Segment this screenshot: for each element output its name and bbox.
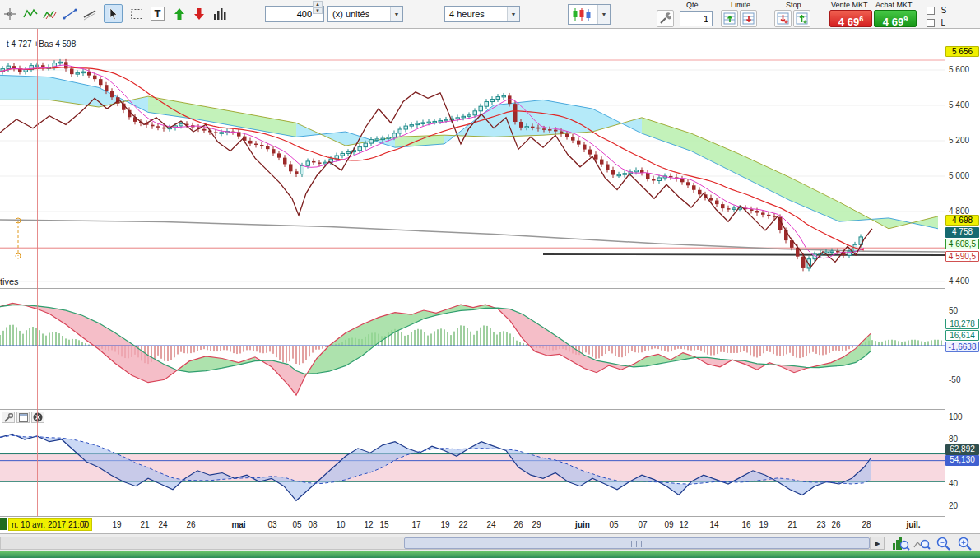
indicator-settings-button[interactable] bbox=[2, 412, 15, 423]
selected-date-label: n. 10 avr. 2017 21:00 bbox=[8, 518, 92, 531]
date-tick-label: 23 bbox=[816, 520, 825, 529]
s-checkbox[interactable] bbox=[927, 7, 935, 15]
chart-cursor-line bbox=[37, 29, 38, 516]
stop-sell-button[interactable] bbox=[774, 10, 792, 27]
zigzag-channel-tool-button[interactable] bbox=[40, 4, 59, 23]
zoom-selection-button[interactable] bbox=[912, 535, 932, 551]
green-up-arrow-icon bbox=[174, 7, 185, 21]
s-checkbox-label: S bbox=[941, 6, 946, 15]
stop-buy-icon bbox=[796, 12, 808, 25]
date-tick-label: 10 bbox=[336, 520, 345, 529]
scrollbar-track[interactable] bbox=[0, 537, 871, 550]
zigzag-icon bbox=[23, 7, 38, 21]
buy-mkt-header: Achat MKT bbox=[875, 1, 913, 9]
zoom-out-button[interactable] bbox=[933, 535, 954, 551]
macd-cloud bbox=[0, 303, 871, 395]
chevron-down-icon: ▼ bbox=[507, 7, 519, 21]
date-tick-label: 24 bbox=[486, 520, 495, 529]
bars-count-spinner[interactable]: ▲▼ bbox=[313, 1, 323, 14]
date-tick-label: 26 bbox=[186, 520, 195, 529]
axis-value-badge: 5 656 bbox=[945, 46, 979, 57]
axis-value-badge: 4 608,5 bbox=[945, 239, 979, 249]
text-tool-button[interactable]: T bbox=[148, 4, 167, 23]
limit-sell-button[interactable] bbox=[740, 10, 757, 27]
trading-platform-window: T ▲▼ (x) unités ▼ 4 heures ▼ bbox=[0, 0, 980, 558]
zigzag-tool-button[interactable] bbox=[21, 4, 39, 23]
crosshair-icon bbox=[3, 7, 16, 21]
sell-arrow-tool-button[interactable] bbox=[189, 4, 208, 23]
crosshair-tool-button[interactable] bbox=[0, 4, 19, 23]
axis-label: 20 bbox=[949, 501, 958, 510]
drawing-line-tool-button[interactable] bbox=[80, 4, 99, 23]
timeframe-select[interactable]: 4 heures ▼ bbox=[444, 6, 520, 22]
buy-price-decimal: 9 bbox=[903, 15, 908, 23]
axis-value-badge: 4 758 bbox=[945, 227, 979, 238]
chevron-down-icon: ▼ bbox=[597, 5, 610, 24]
date-tick-label: 21 bbox=[140, 520, 149, 529]
axis-value-badge: 16,614 bbox=[945, 330, 979, 341]
date-tick-label: juin bbox=[575, 520, 590, 529]
macd-chart-canvas[interactable] bbox=[0, 289, 945, 409]
axis-value-badge: 62,892 bbox=[945, 444, 979, 455]
indicator-close-button[interactable] bbox=[31, 412, 44, 423]
candlestick-chart-icon bbox=[571, 7, 592, 22]
timeframe-select-value: 4 heures bbox=[449, 9, 485, 19]
scroll-right-button[interactable]: ▶ bbox=[871, 537, 885, 550]
date-tick-label: 07 bbox=[638, 520, 647, 529]
date-tick-label: 12 bbox=[679, 520, 688, 529]
chart-zoom-icon bbox=[892, 536, 910, 551]
sell-market-button[interactable]: 4 696 bbox=[829, 10, 872, 27]
stop-buy-button[interactable] bbox=[793, 10, 810, 27]
axis-label: -50 bbox=[949, 375, 960, 384]
trendline-icon bbox=[63, 7, 77, 21]
order-settings-button[interactable] bbox=[657, 10, 674, 27]
date-tick-label: 14 bbox=[709, 520, 718, 529]
date-axis[interactable]: n. 10 avr. 2017 21:00 719212426mai030508… bbox=[0, 516, 945, 533]
date-tick-label: 19 bbox=[440, 520, 449, 529]
indicator-detach-button[interactable] bbox=[16, 412, 30, 423]
auto-fit-zoom-button[interactable] bbox=[890, 535, 911, 551]
chevron-down-icon: ▼ bbox=[390, 7, 402, 21]
buy-arrow-tool-button[interactable] bbox=[170, 4, 188, 23]
date-tick-label: 21 bbox=[787, 520, 797, 529]
selection-rect-tool-button[interactable] bbox=[127, 4, 146, 23]
date-axis-marker bbox=[0, 518, 7, 530]
buy-market-button[interactable]: 4 699 bbox=[874, 10, 917, 27]
limit-buy-button[interactable] bbox=[721, 10, 738, 27]
zoom-in-button[interactable] bbox=[954, 535, 975, 551]
date-tick-label: 05 bbox=[609, 520, 618, 529]
l-checkbox[interactable] bbox=[927, 19, 935, 27]
text-tool-icon: T bbox=[151, 7, 165, 21]
axis-label: 5 400 bbox=[949, 100, 969, 109]
cursor-tool-button[interactable] bbox=[104, 4, 123, 23]
right-axis[interactable]: 5 6005 4005 2005 0004 8004 4005 6564 698… bbox=[945, 29, 980, 533]
date-tick-label: 19 bbox=[112, 520, 121, 529]
trendline-tool-button[interactable] bbox=[60, 4, 79, 23]
qty-input[interactable] bbox=[680, 11, 713, 26]
date-tick-label: 12 bbox=[364, 520, 373, 529]
close-icon bbox=[33, 412, 43, 422]
sell-price-decimal: 6 bbox=[859, 15, 863, 23]
stochastic-chart-canvas[interactable] bbox=[0, 410, 945, 516]
date-tick-label: 08 bbox=[308, 520, 317, 529]
axis-label: 4 400 bbox=[949, 277, 969, 286]
date-tick-label: 29 bbox=[532, 520, 541, 529]
axis-label: 5 000 bbox=[949, 171, 969, 180]
drawing-line-icon bbox=[82, 7, 97, 21]
axis-label: 50 bbox=[949, 306, 958, 315]
scrollbar-thumb[interactable] bbox=[404, 537, 870, 549]
axis-label: 40 bbox=[949, 479, 958, 488]
histogram-tool-button[interactable] bbox=[211, 4, 230, 23]
date-tick-label: 16 bbox=[741, 520, 750, 529]
units-select[interactable]: (x) unités ▼ bbox=[327, 6, 403, 22]
date-tick-label: 03 bbox=[267, 520, 276, 529]
ichimoku-cloud bbox=[0, 75, 938, 228]
limit-buy-icon bbox=[723, 12, 736, 25]
ohlc-info-text: t 4 727 +Bas 4 598 bbox=[7, 40, 76, 49]
price-chart-canvas[interactable] bbox=[0, 29, 945, 288]
chart-type-button[interactable]: ▼ bbox=[568, 4, 611, 25]
scrollbar-row: ▶ bbox=[0, 533, 980, 551]
zigzag-channel-icon bbox=[43, 7, 58, 21]
limit-sell-icon bbox=[742, 12, 755, 25]
sell-mkt-header: Vente MKT bbox=[831, 1, 868, 9]
